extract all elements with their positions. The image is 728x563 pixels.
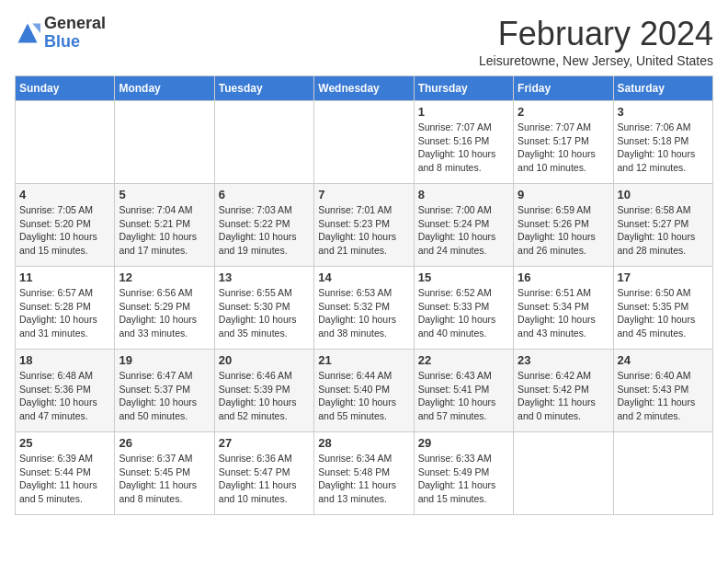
- day-number: 23: [518, 353, 609, 367]
- day-info: Sunrise: 7:03 AM Sunset: 5:22 PM Dayligh…: [219, 203, 310, 258]
- day-number: 21: [318, 353, 409, 367]
- day-number: 12: [119, 270, 210, 284]
- day-info: Sunrise: 6:44 AM Sunset: 5:40 PM Dayligh…: [318, 369, 409, 423]
- day-info: Sunrise: 6:57 AM Sunset: 5:28 PM Dayligh…: [19, 286, 110, 340]
- day-info: Sunrise: 6:33 AM Sunset: 5:49 PM Dayligh…: [418, 452, 509, 506]
- day-info: Sunrise: 7:00 AM Sunset: 5:24 PM Dayligh…: [418, 203, 509, 258]
- day-info: Sunrise: 7:01 AM Sunset: 5:23 PM Dayligh…: [318, 203, 409, 258]
- day-info: Sunrise: 6:39 AM Sunset: 5:44 PM Dayligh…: [19, 452, 110, 506]
- calendar-cell: 3Sunrise: 7:06 AM Sunset: 5:18 PM Daylig…: [613, 101, 712, 184]
- day-info: Sunrise: 7:05 AM Sunset: 5:20 PM Dayligh…: [19, 203, 110, 258]
- calendar-cell: 15Sunrise: 6:52 AM Sunset: 5:33 PM Dayli…: [414, 267, 513, 350]
- day-info: Sunrise: 6:37 AM Sunset: 5:45 PM Dayligh…: [119, 452, 210, 506]
- calendar-cell: 24Sunrise: 6:40 AM Sunset: 5:43 PM Dayli…: [613, 350, 712, 432]
- day-number: 3: [618, 105, 709, 119]
- logo: General Blue: [15, 15, 106, 52]
- day-number: 28: [318, 436, 409, 450]
- day-number: 2: [518, 105, 609, 119]
- day-info: Sunrise: 6:43 AM Sunset: 5:41 PM Dayligh…: [418, 369, 509, 423]
- calendar-week-row: 1Sunrise: 7:07 AM Sunset: 5:16 PM Daylig…: [16, 101, 713, 184]
- calendar-cell: 7Sunrise: 7:01 AM Sunset: 5:23 PM Daylig…: [314, 184, 414, 267]
- day-of-week-header: Sunday: [16, 76, 115, 101]
- day-of-week-header: Wednesday: [314, 76, 414, 101]
- day-info: Sunrise: 7:04 AM Sunset: 5:21 PM Dayligh…: [119, 203, 210, 258]
- calendar-cell: 27Sunrise: 6:36 AM Sunset: 5:47 PM Dayli…: [214, 432, 313, 515]
- day-number: 19: [119, 353, 210, 367]
- calendar-week-row: 11Sunrise: 6:57 AM Sunset: 5:28 PM Dayli…: [16, 267, 713, 350]
- calendar-cell: 26Sunrise: 6:37 AM Sunset: 5:45 PM Dayli…: [115, 432, 214, 515]
- calendar-table: SundayMondayTuesdayWednesdayThursdayFrid…: [15, 75, 713, 515]
- day-number: 9: [518, 188, 609, 201]
- calendar-cell: 20Sunrise: 6:46 AM Sunset: 5:39 PM Dayli…: [214, 350, 313, 432]
- calendar-cell: 2Sunrise: 7:07 AM Sunset: 5:17 PM Daylig…: [514, 101, 613, 184]
- day-info: Sunrise: 6:42 AM Sunset: 5:42 PM Dayligh…: [518, 369, 609, 423]
- calendar-cell: 16Sunrise: 6:51 AM Sunset: 5:34 PM Dayli…: [514, 267, 613, 350]
- calendar-cell: 19Sunrise: 6:47 AM Sunset: 5:37 PM Dayli…: [115, 350, 214, 432]
- day-number: 14: [318, 270, 409, 284]
- day-number: 4: [19, 188, 110, 201]
- day-info: Sunrise: 6:56 AM Sunset: 5:29 PM Dayligh…: [119, 286, 210, 340]
- day-number: 18: [19, 353, 110, 367]
- logo-icon: [15, 20, 40, 46]
- calendar-cell: [514, 432, 613, 515]
- logo-general-text: General: [44, 14, 106, 32]
- day-info: Sunrise: 7:06 AM Sunset: 5:18 PM Dayligh…: [618, 121, 709, 175]
- day-number: 26: [119, 436, 210, 450]
- day-info: Sunrise: 6:59 AM Sunset: 5:26 PM Dayligh…: [518, 203, 609, 258]
- day-info: Sunrise: 6:51 AM Sunset: 5:34 PM Dayligh…: [518, 286, 609, 340]
- day-info: Sunrise: 6:50 AM Sunset: 5:35 PM Dayligh…: [618, 286, 709, 340]
- day-number: 11: [19, 270, 110, 284]
- calendar-cell: 12Sunrise: 6:56 AM Sunset: 5:29 PM Dayli…: [115, 267, 214, 350]
- calendar-cell: 21Sunrise: 6:44 AM Sunset: 5:40 PM Dayli…: [314, 350, 414, 432]
- day-number: 6: [219, 188, 310, 201]
- month-title: February 2024: [479, 15, 713, 53]
- day-number: 10: [618, 188, 709, 201]
- day-number: 1: [418, 105, 509, 119]
- day-info: Sunrise: 6:58 AM Sunset: 5:27 PM Dayligh…: [618, 203, 709, 258]
- calendar-cell: 25Sunrise: 6:39 AM Sunset: 5:44 PM Dayli…: [16, 432, 115, 515]
- calendar-header-row: SundayMondayTuesdayWednesdayThursdayFrid…: [16, 76, 713, 101]
- calendar-cell: 6Sunrise: 7:03 AM Sunset: 5:22 PM Daylig…: [214, 184, 313, 267]
- day-of-week-header: Friday: [514, 76, 613, 101]
- day-number: 5: [119, 188, 210, 201]
- day-number: 29: [418, 436, 509, 450]
- calendar-cell: 22Sunrise: 6:43 AM Sunset: 5:41 PM Dayli…: [414, 350, 513, 432]
- day-of-week-header: Monday: [115, 76, 214, 101]
- calendar-cell: 9Sunrise: 6:59 AM Sunset: 5:26 PM Daylig…: [514, 184, 613, 267]
- day-info: Sunrise: 6:47 AM Sunset: 5:37 PM Dayligh…: [119, 369, 210, 423]
- svg-marker-1: [32, 23, 40, 33]
- day-of-week-header: Tuesday: [214, 76, 313, 101]
- page-header: General Blue February 2024 Leisuretowne,…: [15, 15, 713, 68]
- calendar-cell: 4Sunrise: 7:05 AM Sunset: 5:20 PM Daylig…: [16, 184, 115, 267]
- day-info: Sunrise: 6:48 AM Sunset: 5:36 PM Dayligh…: [19, 369, 110, 423]
- calendar-cell: 8Sunrise: 7:00 AM Sunset: 5:24 PM Daylig…: [414, 184, 513, 267]
- day-of-week-header: Saturday: [613, 76, 712, 101]
- calendar-cell: 17Sunrise: 6:50 AM Sunset: 5:35 PM Dayli…: [613, 267, 712, 350]
- day-number: 15: [418, 270, 509, 284]
- calendar-cell: 14Sunrise: 6:53 AM Sunset: 5:32 PM Dayli…: [314, 267, 414, 350]
- calendar-cell: [314, 101, 414, 184]
- calendar-week-row: 25Sunrise: 6:39 AM Sunset: 5:44 PM Dayli…: [16, 432, 713, 515]
- calendar-cell: 28Sunrise: 6:34 AM Sunset: 5:48 PM Dayli…: [314, 432, 414, 515]
- calendar-cell: 23Sunrise: 6:42 AM Sunset: 5:42 PM Dayli…: [514, 350, 613, 432]
- day-number: 20: [219, 353, 310, 367]
- title-block: February 2024 Leisuretowne, New Jersey, …: [479, 15, 713, 68]
- day-number: 27: [219, 436, 310, 450]
- day-number: 25: [19, 436, 110, 450]
- day-number: 17: [618, 270, 709, 284]
- day-number: 13: [219, 270, 310, 284]
- day-info: Sunrise: 6:53 AM Sunset: 5:32 PM Dayligh…: [318, 286, 409, 340]
- calendar-cell: 29Sunrise: 6:33 AM Sunset: 5:49 PM Dayli…: [414, 432, 513, 515]
- day-number: 7: [318, 188, 409, 201]
- calendar-cell: 13Sunrise: 6:55 AM Sunset: 5:30 PM Dayli…: [214, 267, 313, 350]
- calendar-cell: [214, 101, 313, 184]
- calendar-cell: [613, 432, 712, 515]
- logo-blue-text: Blue: [44, 32, 80, 51]
- day-number: 8: [418, 188, 509, 201]
- svg-marker-0: [18, 23, 38, 42]
- calendar-cell: 1Sunrise: 7:07 AM Sunset: 5:16 PM Daylig…: [414, 101, 513, 184]
- day-info: Sunrise: 6:46 AM Sunset: 5:39 PM Dayligh…: [219, 369, 310, 423]
- day-info: Sunrise: 7:07 AM Sunset: 5:17 PM Dayligh…: [518, 121, 609, 175]
- day-info: Sunrise: 6:40 AM Sunset: 5:43 PM Dayligh…: [618, 369, 709, 423]
- calendar-week-row: 18Sunrise: 6:48 AM Sunset: 5:36 PM Dayli…: [16, 350, 713, 432]
